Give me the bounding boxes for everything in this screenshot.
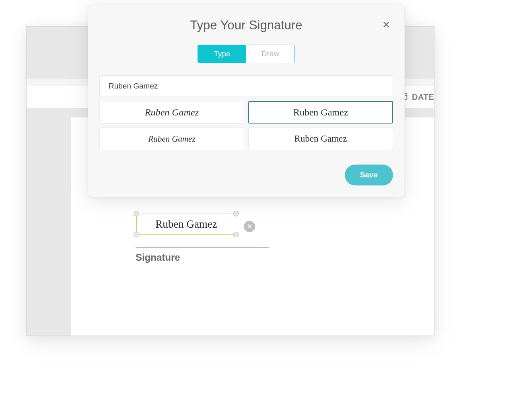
- signature-mode-segmented: Type Draw: [198, 45, 295, 63]
- signature-style-grid: Ruben Gamez Ruben Gamez Ruben Gamez Rube…: [99, 101, 393, 150]
- resize-handle-bottom-left[interactable]: [134, 232, 139, 237]
- type-signature-modal: Type Your Signature Type Draw Ruben Game…: [88, 4, 405, 197]
- remove-signature-button[interactable]: [244, 221, 255, 232]
- signature-style-option-4[interactable]: Ruben Gamez: [248, 128, 393, 150]
- resize-handle-top-left[interactable]: [134, 211, 139, 216]
- placed-signature-text[interactable]: Ruben Gamez: [136, 214, 236, 235]
- resize-handle-top-right[interactable]: [233, 211, 239, 216]
- signature-field-label: Signature: [136, 252, 180, 263]
- save-button[interactable]: Save: [345, 165, 393, 185]
- tab-type[interactable]: Type: [198, 45, 246, 63]
- signature-style-option-2[interactable]: Ruben Gamez: [248, 101, 393, 124]
- resize-handle-bottom-right[interactable]: [233, 232, 239, 237]
- tab-draw[interactable]: Draw: [246, 45, 294, 63]
- placed-signature-widget[interactable]: Ruben Gamez: [133, 210, 240, 238]
- signature-line: [136, 247, 269, 248]
- close-icon: [247, 223, 252, 230]
- modal-footer: Save: [99, 165, 393, 185]
- date-tool-label: DATE: [412, 93, 434, 102]
- signature-style-option-1[interactable]: Ruben Gamez: [99, 101, 244, 124]
- modal-title: Type Your Signature: [99, 18, 393, 33]
- signature-style-option-3[interactable]: Ruben Gamez: [99, 128, 244, 150]
- close-icon: [383, 20, 389, 30]
- close-modal-button[interactable]: [381, 20, 391, 30]
- signature-name-input[interactable]: [99, 75, 393, 97]
